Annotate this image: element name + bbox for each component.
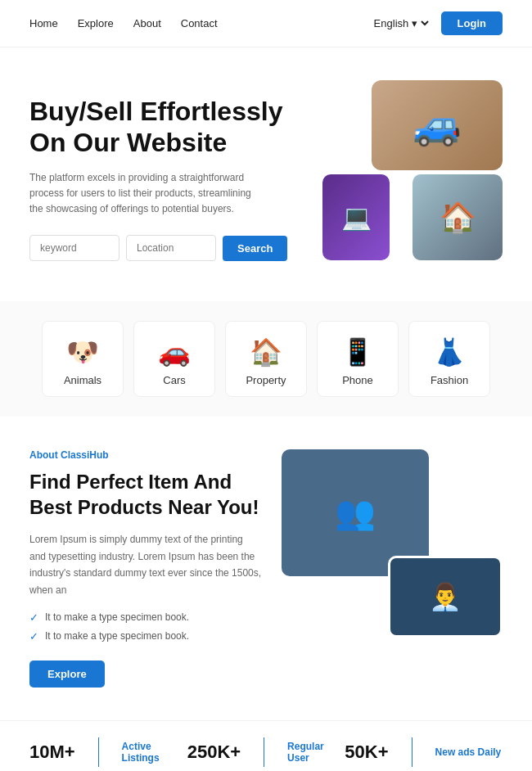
language-select[interactable]: English ▾ (371, 16, 431, 30)
about-checks: ✓ It to make a type specimen book. ✓ It … (29, 611, 262, 642)
about-images: 👥 👨‍💼 (282, 449, 503, 638)
phone-icon: 📱 (341, 336, 374, 367)
stat-ads-label: New ads Daily (435, 746, 502, 758)
checkmark-icon-1: ✓ (29, 611, 38, 624)
cars-label: Cars (163, 374, 185, 386)
location-input[interactable] (126, 235, 216, 261)
car-image: 🚙 (372, 80, 503, 170)
hero-section: Buy/Sell Effortlessly On Our Website The… (0, 47, 532, 301)
about-section: About ClassiHub Find Perfect Item And Be… (0, 417, 532, 720)
stat-listings-number: 10M+ (29, 742, 75, 763)
check-item-1: ✓ It to make a type specimen book. (29, 611, 262, 624)
cars-icon: 🚗 (158, 336, 191, 367)
categories-section: 🐶 Animals 🚗 Cars 🏠 Property 📱 Phone 👗 Fa… (0, 301, 532, 417)
category-cars[interactable]: 🚗 Cars (133, 321, 215, 397)
about-desc: Lorem Ipsum is simply dummy text of the … (29, 531, 262, 598)
about-title: Find Perfect Item And Best Products Near… (29, 469, 262, 520)
fashion-label: Fashion (431, 374, 468, 386)
hero-title: Buy/Sell Effortlessly On Our Website (29, 96, 306, 159)
check-text-2: It to make a type specimen book. (45, 630, 189, 642)
stat-divider-2 (264, 737, 264, 767)
stat-listings-label: Active Listings (122, 741, 187, 764)
category-animals[interactable]: 🐶 Animals (42, 321, 124, 397)
laptop-image: 💻 (322, 174, 390, 260)
stat-listings: 10M+ Active Listings (29, 737, 187, 767)
hero-subtitle: The platform excels in providing a strai… (29, 170, 259, 218)
login-button[interactable]: Login (441, 11, 503, 35)
stat-users-label: Regular User (287, 741, 345, 764)
property-label: Property (246, 374, 286, 386)
phone-label: Phone (342, 374, 373, 386)
stat-divider-3 (412, 737, 413, 767)
keyword-input[interactable] (29, 235, 119, 261)
nav-links: Home Explore About Contact (29, 17, 218, 29)
hero-left: Buy/Sell Effortlessly On Our Website The… (29, 96, 306, 261)
search-bar: Search (29, 235, 306, 261)
house-image: 🏠 (413, 174, 503, 260)
stat-divider-1 (98, 737, 99, 767)
nav-home[interactable]: Home (29, 17, 58, 29)
explore-button[interactable]: Explore (29, 661, 105, 688)
category-property[interactable]: 🏠 Property (225, 321, 307, 397)
category-fashion[interactable]: 👗 Fashion (408, 321, 490, 397)
stat-users-number: 250K+ (187, 742, 241, 763)
about-tag: About ClassiHub (29, 449, 262, 461)
check-text-1: It to make a type specimen book. (45, 611, 189, 623)
stats-section: 10M+ Active Listings 250K+ Regular User … (0, 720, 532, 771)
stat-ads: 50K+ New ads Daily (345, 737, 503, 767)
check-item-2: ✓ It to make a type specimen book. (29, 630, 262, 642)
about-image-2: 👨‍💼 (388, 556, 503, 638)
search-button[interactable]: Search (223, 236, 287, 261)
nav-contact[interactable]: Contact (181, 17, 218, 29)
animals-label: Animals (64, 374, 101, 386)
category-phone[interactable]: 📱 Phone (317, 321, 399, 397)
animals-icon: 🐶 (66, 336, 99, 367)
nav-about[interactable]: About (133, 17, 161, 29)
about-left: About ClassiHub Find Perfect Item And Be… (29, 449, 262, 688)
stat-users: 250K+ Regular User (187, 737, 345, 767)
stat-ads-number: 50K+ (345, 742, 388, 763)
hero-collage: 🚙 💻 🏠 (322, 80, 503, 277)
nav-explore[interactable]: Explore (78, 17, 114, 29)
checkmark-icon-2: ✓ (29, 630, 38, 642)
nav-right: English ▾ Login (371, 11, 503, 35)
navbar: Home Explore About Contact English ▾ Log… (0, 0, 532, 47)
property-icon: 🏠 (250, 336, 282, 367)
fashion-icon: 👗 (433, 336, 466, 367)
